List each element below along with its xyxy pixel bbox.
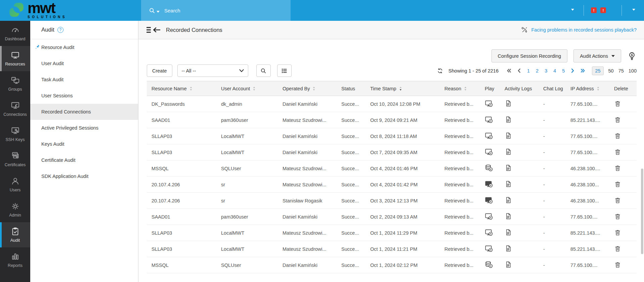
delete-icon[interactable]	[614, 197, 621, 204]
page-number-2[interactable]: 2	[533, 68, 542, 74]
refresh-icon[interactable]	[437, 67, 443, 74]
activity-log-icon[interactable]	[505, 132, 512, 139]
sidebar-item-ssh-keys[interactable]: SSH Keys	[0, 122, 30, 147]
delete-icon[interactable]	[614, 100, 621, 107]
audit-menu-task-audit[interactable]: Task Audit	[30, 72, 138, 88]
monitor-play-icon[interactable]	[485, 115, 493, 124]
delete-icon[interactable]	[614, 245, 621, 252]
audit-menu-certificate-audit[interactable]: Certificate Audit	[30, 152, 138, 168]
activity-log-icon[interactable]	[505, 148, 512, 155]
link-icon[interactable]	[570, 9, 574, 12]
page-number-5[interactable]: 5	[559, 68, 568, 74]
playback-help-link[interactable]: Facing problems in recorded sessions pla…	[521, 26, 637, 34]
page-size-50[interactable]: 50	[608, 68, 614, 74]
sidebar-item-users[interactable]: Users	[0, 172, 30, 197]
db-play-icon[interactable]	[485, 261, 493, 269]
audit-menu-recorded-connections[interactable]: Recorded Connections	[30, 104, 138, 120]
monitor-play-filled-icon[interactable]	[485, 196, 493, 204]
sidebar-item-connections[interactable]: Connections	[0, 96, 30, 122]
sidebar-item-reports[interactable]: Reports	[0, 247, 30, 273]
last-page-button[interactable]	[578, 68, 588, 73]
next-page-button[interactable]	[568, 68, 578, 73]
user-menu-icon[interactable]	[631, 9, 635, 12]
cell-operated-by: Mateusz Szudrowi...	[278, 112, 337, 128]
brand-logo[interactable]: mwt SOLUTIONS	[0, 0, 141, 21]
first-page-button[interactable]	[504, 68, 514, 73]
db-play-icon[interactable]	[485, 164, 493, 172]
column-header-resource-name[interactable]: Resource Name	[147, 81, 217, 96]
page-number-1[interactable]: 1	[524, 68, 533, 74]
cell-activity-logs	[501, 144, 539, 160]
monitor-play-icon[interactable]	[485, 99, 493, 108]
collapse-panel-icon[interactable]	[146, 26, 161, 34]
activity-log-icon[interactable]	[505, 213, 512, 220]
column-header-time-stamp[interactable]: Time Stamp	[366, 81, 440, 96]
scrollbar-thumb[interactable]	[641, 169, 643, 254]
search-scope-caret-icon[interactable]	[157, 11, 160, 13]
cell-activity-logs	[501, 96, 539, 112]
monitor-play-filled-icon[interactable]	[485, 180, 493, 188]
sidebar-item-groups[interactable]: Groups	[0, 71, 30, 96]
cell-user-account: LocalMWT	[217, 128, 278, 144]
prev-page-button[interactable]	[514, 68, 524, 73]
type-filter-select[interactable]: -- All --	[177, 64, 248, 77]
sidebar-item-admin[interactable]: Admin	[0, 197, 30, 222]
delete-icon[interactable]	[614, 213, 621, 220]
sidebar-item-certificates[interactable]: Certificates	[0, 147, 30, 172]
column-header-ip-address[interactable]: IP Address	[566, 81, 610, 96]
audit-menu-resource-audit[interactable]: Resource Audit	[30, 39, 138, 55]
audit-menu-user-sessions[interactable]: User Sessions	[30, 88, 138, 104]
delete-icon[interactable]	[614, 148, 621, 155]
audit-menu-active-privileged-sessions[interactable]: Active Privileged Sessions	[30, 120, 138, 136]
activity-log-icon[interactable]	[505, 116, 512, 123]
sidebar-item-audit[interactable]: Audit	[0, 222, 30, 247]
audit-menu-sdk-application-audit[interactable]: SDK Application Audit	[30, 168, 138, 184]
pager: 12345	[504, 68, 588, 74]
delete-icon[interactable]	[614, 181, 621, 188]
cell-ip-address: 85.221.143....	[566, 241, 610, 257]
monitor-play-icon[interactable]	[485, 212, 493, 221]
table-row: MSSQLSQLUserMateusz Szudrowi...Succe...O…	[147, 160, 637, 177]
global-search[interactable]	[141, 0, 291, 21]
configure-session-recording-button[interactable]: Configure Session Recording	[491, 49, 568, 62]
help-icon[interactable]: ?	[57, 27, 63, 33]
activity-log-icon[interactable]	[505, 180, 512, 188]
delete-icon[interactable]	[614, 261, 621, 268]
monitor-play-icon[interactable]	[485, 244, 493, 253]
activity-log-icon[interactable]	[505, 100, 512, 107]
column-header-user-account[interactable]: User Account	[217, 81, 278, 96]
pin-icon[interactable]	[34, 44, 40, 50]
activity-log-icon[interactable]	[505, 164, 512, 172]
activity-log-icon[interactable]	[505, 229, 512, 236]
monitor-play-icon[interactable]	[485, 228, 493, 237]
activity-log-icon[interactable]	[505, 196, 512, 204]
column-header-operated-by[interactable]: Operated By	[278, 81, 337, 96]
delete-icon[interactable]	[614, 132, 621, 139]
activity-log-icon[interactable]	[505, 261, 512, 268]
audit-actions-button[interactable]: Audit Actions	[573, 49, 621, 62]
cell-status: Succe...	[337, 177, 366, 193]
audit-menu-keys-audit[interactable]: Keys Audit	[30, 136, 138, 152]
delete-icon[interactable]	[614, 229, 621, 236]
page-size-75[interactable]: 75	[618, 68, 624, 74]
cell-ip-address: 77.65.100....	[566, 144, 610, 160]
lightbulb-icon[interactable]	[627, 51, 637, 61]
sidebar-item-dashboard[interactable]: Dashboard	[0, 21, 30, 46]
page-size-100[interactable]: 100	[629, 68, 637, 74]
page-number-3[interactable]: 3	[542, 68, 550, 74]
delete-icon[interactable]	[614, 116, 621, 123]
search-input[interactable]	[164, 8, 265, 13]
page-size-25[interactable]: 25	[592, 66, 603, 75]
search-filter-button[interactable]	[256, 64, 271, 77]
activity-log-icon[interactable]	[505, 245, 512, 252]
monitor-play-icon[interactable]	[485, 132, 493, 140]
page-number-4[interactable]: 4	[550, 68, 559, 74]
sidebar-item-resources[interactable]: Resources	[0, 46, 30, 71]
create-button[interactable]: Create	[147, 64, 172, 77]
audit-menu-user-audit[interactable]: User Audit	[30, 55, 138, 72]
delete-icon[interactable]	[614, 164, 621, 172]
top-bar: mwt SOLUTIONS !!	[0, 0, 644, 21]
column-header-reason[interactable]: Reason	[440, 81, 481, 96]
column-chooser-button[interactable]	[277, 64, 292, 77]
monitor-play-icon[interactable]	[485, 148, 493, 156]
